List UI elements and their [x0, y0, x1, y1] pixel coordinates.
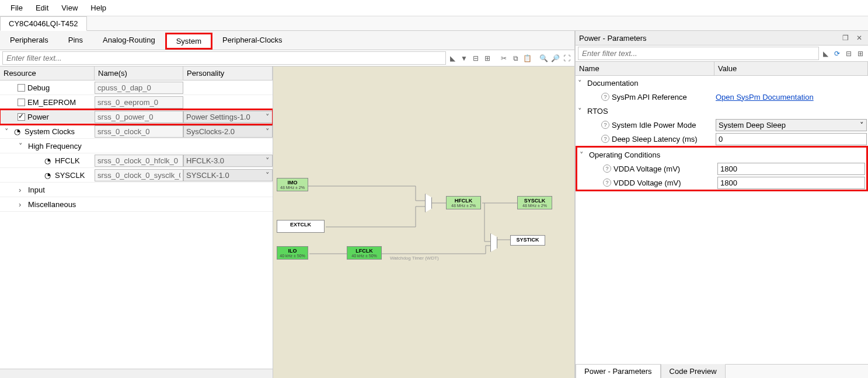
filter-input[interactable] — [2, 51, 446, 65]
chevron-misc[interactable]: › — [19, 200, 26, 209]
device-file-tab[interactable]: CY8C4046LQI-T452 — [0, 16, 87, 31]
tab-peripherals[interactable]: Peripherals — [0, 33, 58, 50]
zoom-in-icon[interactable]: 🔍 — [538, 53, 549, 64]
row-system-clocks[interactable]: ˅ ◔ System Clocks SysClocks-2.0˅ — [0, 124, 273, 139]
tab-peripheral-clocks[interactable]: Peripheral-Clocks — [212, 33, 292, 50]
row-input[interactable]: › Input — [0, 183, 273, 197]
header-resource[interactable]: Resource — [0, 66, 95, 80]
help-icon[interactable]: ? — [603, 164, 611, 173]
name-debug[interactable] — [95, 82, 183, 94]
mux-systick[interactable] — [490, 233, 497, 252]
help-icon[interactable]: ? — [603, 178, 611, 187]
copy-icon[interactable]: ⧉ — [510, 53, 521, 64]
row-power[interactable]: Power Power Settings-1.0˅ — [0, 110, 273, 124]
help-icon[interactable]: ? — [601, 135, 609, 143]
block-ilo[interactable]: ILO 40 kHz ± 50% — [277, 246, 308, 260]
checkbox-power[interactable] — [18, 113, 25, 121]
row-high-frequency[interactable]: ˅ High Frequency — [0, 139, 273, 153]
section-documentation[interactable]: ˅Documentation — [576, 76, 868, 90]
tab-code-preview[interactable]: Code Preview — [661, 364, 726, 378]
menu-help[interactable]: Help — [85, 2, 112, 13]
mux-hfclk[interactable] — [425, 194, 432, 212]
row-debug[interactable]: Debug — [0, 80, 273, 95]
header-names[interactable]: Name(s) — [95, 66, 183, 80]
funnel-icon[interactable]: ▼ — [459, 53, 469, 64]
collapse-all-icon[interactable]: ⊟ — [843, 48, 854, 59]
chevron-input[interactable]: › — [19, 186, 26, 194]
input-vdda[interactable] — [717, 163, 865, 175]
row-misc[interactable]: › Miscellaneous — [0, 197, 273, 212]
close-icon[interactable]: ✕ — [854, 33, 864, 43]
clock-diagram[interactable]: IMO 48 MHz ± 2% EXTCLK ILO 40 kHz ± 50% … — [273, 66, 574, 378]
cut-icon[interactable]: ✂ — [499, 53, 509, 64]
parameters-filter-input[interactable] — [578, 47, 819, 60]
fit-icon[interactable]: ⛶ — [562, 53, 572, 64]
menu-file[interactable]: File — [5, 2, 29, 13]
column-name[interactable]: Name — [576, 62, 714, 75]
personality-power[interactable]: Power Settings-1.0˅ — [183, 111, 273, 123]
row-idle-mode[interactable]: ?System Idle Power Mode System Deep Slee… — [576, 118, 868, 132]
menu-edit[interactable]: Edit — [30, 2, 54, 13]
menu-view[interactable]: View — [55, 2, 83, 13]
chevron-down-icon[interactable]: ˅ — [578, 107, 585, 116]
name-sysclocks[interactable] — [95, 125, 183, 138]
restore-icon[interactable]: ❐ — [840, 33, 850, 43]
collapse-icon[interactable]: ⊟ — [470, 53, 481, 64]
row-sleep-latency[interactable]: ?Deep Sleep Latency (ms) — [576, 132, 868, 146]
row-eeprom[interactable]: EM_EEPROM — [0, 95, 273, 110]
expand-icon[interactable]: ⊞ — [482, 53, 493, 64]
row-vddd[interactable]: ?VDDD Voltage (mV) — [577, 176, 866, 190]
name-power[interactable] — [95, 111, 183, 123]
tab-power-parameters[interactable]: Power - Parameters — [576, 364, 661, 378]
name-eeprom[interactable] — [95, 96, 183, 108]
row-syspm-api[interactable]: ?SysPm API Reference Open SysPm Document… — [576, 90, 868, 104]
zoom-out-icon[interactable]: 🔎 — [550, 53, 560, 64]
input-sleep-latency[interactable] — [716, 133, 867, 145]
chevron-sysclocks[interactable]: ˅ — [5, 127, 12, 136]
section-rtos[interactable]: ˅RTOS — [576, 104, 868, 118]
block-imo[interactable]: IMO 48 MHz ± 2% — [277, 178, 308, 191]
tree-header: Resource Name(s) Personality — [0, 66, 273, 80]
input-vddd[interactable] — [717, 177, 865, 189]
select-idle-mode[interactable]: System Deep Sleep˅ — [716, 119, 867, 131]
clear-filter-icon[interactable]: ◣ — [820, 48, 831, 59]
name-sysclk[interactable] — [95, 169, 183, 181]
clear-filter-icon[interactable]: ◣ — [447, 53, 458, 64]
chevron-down-icon[interactable]: ˅ — [578, 79, 585, 88]
name-hfclk[interactable] — [95, 155, 183, 167]
personality-hfclk[interactable]: HFCLK-3.0˅ — [183, 155, 273, 167]
label-sysclk: SYSCLK — [55, 171, 85, 180]
row-vdda[interactable]: ?VDDA Voltage (mV) — [577, 162, 866, 176]
row-sysclk[interactable]: ◔ SYSCLK SYSCLK-1.0˅ — [0, 168, 273, 183]
help-icon[interactable]: ? — [601, 121, 609, 129]
chevron-down-icon[interactable]: ˅ — [580, 150, 587, 159]
chevron-hf[interactable]: ˅ — [19, 142, 26, 150]
help-icon[interactable]: ? — [601, 93, 609, 101]
row-hfclk[interactable]: ◔ HFCLK HFCLK-3.0˅ — [0, 153, 273, 168]
tab-pins[interactable]: Pins — [58, 33, 93, 50]
section-operating-conditions[interactable]: ˅Operating Conditions — [577, 148, 866, 162]
operating-conditions-highlight: ˅Operating Conditions ?VDDA Voltage (mV)… — [576, 146, 868, 191]
tab-analog-routing[interactable]: Analog-Routing — [93, 33, 165, 50]
paste-icon[interactable]: 📋 — [522, 53, 532, 64]
checkbox-eeprom[interactable] — [18, 99, 25, 106]
label-power: Power — [27, 113, 49, 121]
parameters-bottom-tabs: Power - Parameters Code Preview — [576, 364, 868, 378]
block-lfclk[interactable]: LFCLK 40 kHz ± 50% — [347, 246, 382, 260]
personality-sysclocks[interactable]: SysClocks-2.0˅ — [183, 125, 273, 138]
header-personality[interactable]: Personality — [183, 66, 273, 80]
block-sysclk[interactable]: SYSCLK 48 MHz ± 2% — [517, 196, 552, 209]
personality-sysclk[interactable]: SYSCLK-1.0˅ — [183, 169, 273, 181]
block-systick[interactable]: SYSTICK — [510, 235, 545, 246]
tab-system[interactable]: System — [165, 33, 212, 50]
horizontal-scrollbar[interactable] — [0, 369, 273, 378]
chevron-down-icon: ˅ — [266, 127, 270, 136]
block-hfclk[interactable]: HFCLK 48 MHz ± 2% — [446, 196, 481, 209]
block-extclk[interactable]: EXTCLK — [277, 220, 325, 233]
refresh-icon[interactable]: ⟳ — [832, 48, 842, 59]
column-value[interactable]: Value — [714, 62, 868, 75]
expand-all-icon[interactable]: ⊞ — [855, 48, 866, 59]
chevron-down-icon: ˅ — [266, 156, 270, 165]
link-syspm-doc[interactable]: Open SysPm Documentation — [716, 93, 814, 102]
checkbox-debug[interactable] — [18, 84, 25, 92]
